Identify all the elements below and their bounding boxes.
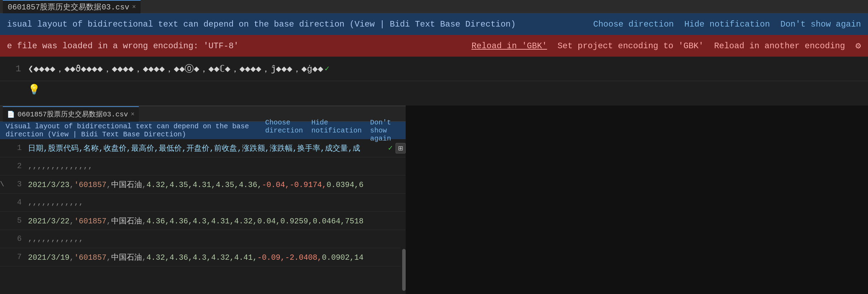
bidi-message-second: Visual layout of bidirectional text can … bbox=[6, 122, 265, 138]
second-panel-tab-close-button[interactable]: × bbox=[131, 111, 135, 118]
tab-filename: 0601857股票历史交易数据03.csv bbox=[8, 2, 129, 12]
garbled-content-area: 1 ❮◆◆◆◆，◆◆ϑ◆◆◆◆，◆◆◆◆，◆◆◆◆，◆◆⓪◆，◆◆ℂ◆，◆◆◆◆… bbox=[0, 57, 868, 81]
bidi-notification-bar-second: Visual layout of bidirectional text can … bbox=[0, 122, 406, 139]
line-number-2: 2 bbox=[0, 162, 28, 171]
second-panel: 📄 0601857股票历史交易数据03.csv × Visual layout … bbox=[0, 106, 406, 294]
line-content-6[interactable]: ,,,,,,,,,,,, bbox=[28, 233, 406, 245]
right-panel bbox=[406, 106, 868, 294]
choose-direction-button-top[interactable]: Choose direction bbox=[593, 20, 674, 29]
second-panel-file-tab[interactable]: 📄 0601857股票历史交易数据03.csv × bbox=[3, 106, 139, 122]
bidi-notification-bar-top: isual layout of bidirectional text can d… bbox=[0, 13, 868, 35]
bulb-icon: 💡 bbox=[28, 84, 40, 95]
check-mark-line1: ✓ bbox=[388, 143, 393, 153]
reload-another-encoding-button-top[interactable]: Reload in another encoding bbox=[714, 41, 845, 51]
line-content-3[interactable]: 2021/3/23,'601857,中国石油,4.32,4.35,4.31,4.… bbox=[28, 178, 406, 191]
table-row: 6 ,,,,,,,,,,,, bbox=[0, 230, 406, 248]
check-mark-icon: ✓ bbox=[325, 64, 329, 73]
table-row: 4 ,,,,,,,,,,,, bbox=[0, 194, 406, 212]
set-project-gbk-button-top[interactable]: Set project encoding to 'GBK' bbox=[557, 41, 704, 51]
encoding-actions-top: Reload in 'GBK' Set project encoding to … bbox=[471, 40, 861, 51]
settings-gear-icon-top[interactable]: ⚙ bbox=[855, 40, 861, 51]
scrollbar-thumb[interactable] bbox=[402, 249, 406, 291]
scrollbar-track[interactable] bbox=[401, 245, 406, 294]
table-row: 7 2021/3/19,'601857,中国石油,4.32,4.36,4.3,4… bbox=[0, 248, 406, 266]
bidi-message-top: isual layout of bidirectional text can d… bbox=[7, 20, 516, 29]
table-view-button[interactable]: ⊞ bbox=[396, 143, 406, 153]
line-number-5: 5 bbox=[0, 216, 28, 225]
encoding-error-bar-top: e file was loaded in a wrong encoding: '… bbox=[0, 35, 868, 57]
hint-line: 💡 bbox=[0, 81, 868, 98]
backslash-indicator: \ bbox=[0, 180, 4, 188]
hide-notification-button-top[interactable]: Hide notification bbox=[684, 20, 770, 29]
table-row: 5 2021/3/22,'601857,中国石油,4.36,4.36,4.3,4… bbox=[0, 212, 406, 230]
top-tab-bar: 0601857股票历史交易数据03.csv × bbox=[0, 0, 868, 13]
file-tab[interactable]: 0601857股票历史交易数据03.csv × bbox=[3, 0, 141, 13]
line-content-1[interactable]: 日期,股票代码,名称,收盘价,最高价,最低价,开盘价,前收盘,涨跌额,涨跌幅,换… bbox=[28, 142, 387, 155]
line-content-4[interactable]: ,,,,,,,,,,,, bbox=[28, 197, 406, 208]
file-icon: 📄 bbox=[7, 110, 15, 118]
garbled-line-number: 1 bbox=[0, 64, 28, 74]
line-content-5[interactable]: 2021/3/22,'601857,中国石油,4.36,4.36,4.3,4.3… bbox=[28, 214, 406, 228]
line-number-1: 1 bbox=[0, 144, 28, 152]
line-content-7[interactable]: 2021/3/19,'601857,中国石油,4.32,4.36,4.3,4.3… bbox=[28, 251, 406, 264]
tab-close-button[interactable]: × bbox=[132, 3, 136, 10]
line-number-7: 7 bbox=[0, 253, 28, 261]
line-number-4: 4 bbox=[0, 198, 28, 207]
encoding-message-top: e file was loaded in a wrong encoding: '… bbox=[7, 41, 239, 51]
table-row: 3 2021/3/23,'601857,中国石油,4.32,4.35,4.31,… bbox=[0, 175, 406, 194]
line-content-2[interactable]: ,,,,,,,,,,,,,, bbox=[28, 160, 406, 172]
table-row: 1 日期,股票代码,名称,收盘价,最高价,最低价,开盘价,前收盘,涨跌额,涨跌幅… bbox=[0, 139, 406, 157]
line-number-6: 6 bbox=[0, 235, 28, 243]
reload-gbk-button-top[interactable]: Reload in 'GBK' bbox=[471, 41, 547, 51]
table-row: 2 ,,,,,,,,,,,,,, bbox=[0, 157, 406, 175]
second-panel-tab-filename: 0601857股票历史交易数据03.csv bbox=[17, 109, 128, 119]
editor-area: 1 日期,股票代码,名称,收盘价,最高价,最低价,开盘价,前收盘,涨跌额,涨跌幅… bbox=[0, 139, 406, 266]
garbled-line-content: ❮◆◆◆◆，◆◆ϑ◆◆◆◆，◆◆◆◆，◆◆◆◆，◆◆⓪◆，◆◆ℂ◆，◆◆◆◆，ĵ… bbox=[28, 63, 323, 75]
bidi-actions-top: Choose direction Hide notification Don't… bbox=[593, 20, 861, 29]
dont-show-again-button-top[interactable]: Don't show again bbox=[781, 20, 861, 29]
